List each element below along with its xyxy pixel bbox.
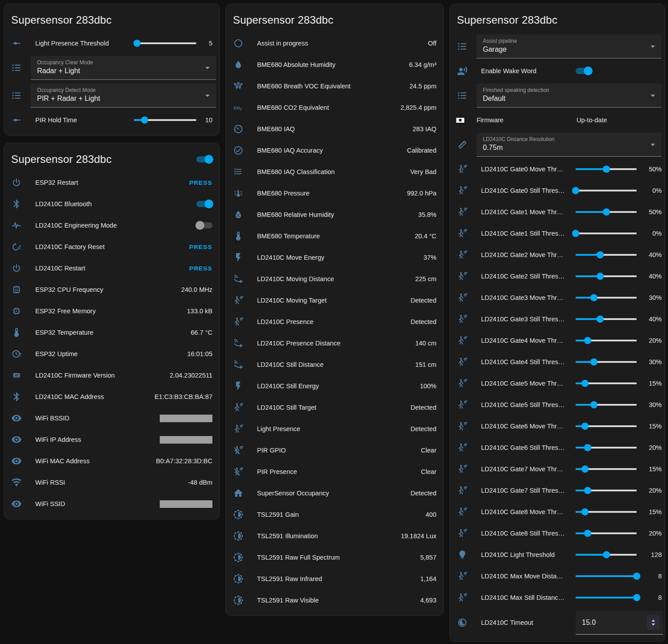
- slider-knob[interactable]: [590, 401, 597, 408]
- entity-row: LD2410C Gate4 Still Thres…30%: [450, 351, 665, 373]
- slider[interactable]: [576, 187, 637, 194]
- slider-knob[interactable]: [597, 273, 604, 280]
- signal-distance-icon: [233, 359, 244, 370]
- entity-value: Up-to-date: [577, 116, 607, 124]
- chip-icon: [11, 370, 22, 381]
- number-input[interactable]: 15.0: [576, 611, 663, 635]
- slider-knob[interactable]: [584, 530, 591, 537]
- slider[interactable]: [576, 294, 637, 301]
- slider-fill: [576, 168, 606, 170]
- number-value[interactable]: 15.0: [582, 619, 647, 627]
- entity-label: LD2410C Gate0 Still Thres…: [481, 187, 576, 194]
- entity-value: Calibrated: [407, 147, 436, 154]
- press-button[interactable]: PRESS: [189, 179, 212, 186]
- entity-row: PIR PresenceClear: [226, 461, 444, 482]
- slider-knob[interactable]: [572, 187, 579, 194]
- slider[interactable]: [576, 487, 637, 494]
- slider-knob[interactable]: [133, 40, 141, 47]
- slider-knob[interactable]: [590, 294, 597, 301]
- entity-label: BME680 IAQ Classification: [257, 168, 405, 175]
- slider[interactable]: [576, 251, 637, 258]
- select-label: Occupancy Detect Mode: [37, 87, 201, 93]
- stepper-up-icon[interactable]: [651, 619, 655, 622]
- slider[interactable]: [576, 358, 637, 366]
- press-button[interactable]: PRESS: [189, 244, 212, 250]
- slider-track[interactable]: [576, 233, 637, 234]
- slider[interactable]: [576, 316, 637, 323]
- slider[interactable]: [576, 594, 637, 601]
- motion-sensor-off-icon: [233, 445, 244, 456]
- slider-knob[interactable]: [584, 487, 591, 494]
- slider-knob[interactable]: [603, 551, 610, 558]
- chevron-down-icon: [651, 144, 655, 146]
- slider[interactable]: [576, 230, 637, 237]
- entity-row: BME680 Absolute Humidity6.34 g/m³: [226, 54, 444, 75]
- toggle-knob[interactable]: [584, 66, 593, 75]
- select-field[interactable]: Occupancy Clear ModeRadar + Light: [31, 56, 216, 80]
- select-field[interactable]: Occupancy Detect ModePIR + Radar + Light: [31, 83, 216, 108]
- check-circle-icon: [233, 145, 244, 156]
- entity-label: BME680 Temperature: [257, 233, 409, 240]
- slider-knob[interactable]: [603, 166, 610, 173]
- slider[interactable]: [576, 508, 637, 515]
- entity-value: 283 IAQ: [413, 125, 436, 133]
- stepper-down-icon[interactable]: [651, 623, 655, 626]
- slider[interactable]: [576, 444, 637, 451]
- stepper[interactable]: [647, 615, 660, 630]
- slider[interactable]: [576, 465, 637, 473]
- slider[interactable]: [576, 530, 637, 537]
- slider-knob[interactable]: [633, 573, 640, 580]
- slider[interactable]: [134, 116, 196, 124]
- slider-value: 20%: [642, 444, 662, 451]
- slider[interactable]: [576, 401, 637, 408]
- select-field[interactable]: Assist pipelineGarage: [477, 34, 661, 58]
- slider-knob[interactable]: [581, 465, 589, 473]
- slider-knob[interactable]: [597, 251, 604, 258]
- motion-sensor-icon: [457, 207, 468, 217]
- slider-knob[interactable]: [590, 358, 597, 366]
- slider[interactable]: [576, 573, 637, 580]
- entity-label: WiFi RSSI: [35, 479, 183, 486]
- select-field[interactable]: LD2410C Distance Resolution0.75m: [477, 133, 661, 157]
- slider-knob[interactable]: [584, 444, 591, 451]
- slider-knob[interactable]: [633, 594, 640, 601]
- slider-knob[interactable]: [141, 116, 148, 124]
- toggle-switch[interactable]: [196, 222, 212, 229]
- motion-sensor-icon: [233, 316, 244, 327]
- toggle-knob[interactable]: [204, 199, 213, 208]
- slider[interactable]: [576, 208, 637, 216]
- slider[interactable]: [576, 423, 637, 430]
- slider-value: 20%: [642, 530, 662, 537]
- air-filter-icon: [233, 166, 244, 177]
- slider[interactable]: [576, 166, 637, 173]
- entity-label: LD2410C MAC Address: [35, 393, 149, 400]
- select-field[interactable]: Finished speaking detectionDefault: [477, 83, 661, 108]
- slider-knob[interactable]: [581, 423, 589, 430]
- entity-value: 66.7 °C: [191, 329, 212, 336]
- card-header-toggle[interactable]: [196, 156, 212, 162]
- entity-label: LD2410C Max Move Dista…: [481, 573, 576, 580]
- slider-knob[interactable]: [581, 508, 589, 515]
- slider-knob[interactable]: [597, 316, 604, 323]
- toggle-knob[interactable]: [195, 221, 204, 230]
- slider[interactable]: [134, 40, 196, 47]
- toggle-knob[interactable]: [204, 155, 213, 164]
- slider-knob[interactable]: [584, 337, 591, 344]
- column-left: Supersensor 283dbcLight Presence Thresho…: [4, 4, 220, 519]
- entity-label: WiFi BSSID: [35, 415, 154, 422]
- slider[interactable]: [576, 273, 637, 280]
- slider-track[interactable]: [576, 190, 637, 191]
- slider-knob[interactable]: [603, 208, 610, 216]
- slider-knob[interactable]: [572, 230, 579, 237]
- toggle-switch[interactable]: [196, 201, 212, 207]
- press-button[interactable]: PRESS: [189, 265, 212, 272]
- signal-distance-icon: [233, 274, 244, 284]
- toggle-switch[interactable]: [576, 68, 592, 74]
- slider[interactable]: [576, 337, 637, 344]
- slider[interactable]: [576, 380, 637, 387]
- slider-value: 20%: [642, 337, 662, 344]
- slider[interactable]: [576, 551, 637, 558]
- entity-label: WiFi SSID: [35, 500, 154, 507]
- slider-knob[interactable]: [581, 380, 589, 387]
- slider-track[interactable]: [134, 42, 196, 44]
